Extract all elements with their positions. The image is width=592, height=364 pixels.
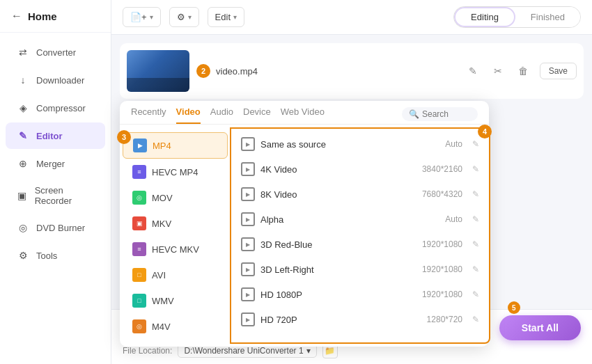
preset-hd-720p-edit-icon[interactable]: ✎ [472, 315, 479, 324]
hevc-mkv-icon: ≡ [132, 242, 146, 256]
preset-alpha-icon: ▶ [241, 212, 255, 226]
format-m4v-label: M4V [152, 322, 171, 332]
preset-4k[interactable]: ▶ 4K Video 3840*2160 ✎ [231, 157, 489, 182]
preset-3d-red-blue[interactable]: ▶ 3D Red-Blue 1920*1080 ✎ [231, 232, 489, 257]
file-info-row: 2 video.mp4 [196, 64, 456, 78]
sidebar-item-tools-label: Tools [36, 251, 57, 261]
preset-4k-edit-icon[interactable]: ✎ [472, 164, 479, 174]
view-tab-group: Editing Finished [453, 6, 581, 28]
format-item-hevc-mkv[interactable]: ≡ HEVC MKV [123, 237, 228, 262]
tab-device[interactable]: Device [243, 106, 271, 124]
sidebar-item-editor[interactable]: ✎ Editor [6, 122, 105, 149]
preset-8k[interactable]: ▶ 8K Video 7680*4320 ✎ [231, 182, 489, 207]
compressor-icon: ◈ [17, 102, 29, 114]
sidebar-title: Home [28, 10, 57, 22]
preset-hd-720p-icon: ▶ [241, 312, 255, 326]
preset-same-as-source[interactable]: ▶ Same as source Auto ✎ [231, 132, 489, 157]
preset-alpha-res: Auto [445, 214, 462, 224]
preset-8k-edit-icon[interactable]: ✎ [472, 189, 479, 199]
scissors-icon[interactable]: ✂ [488, 61, 508, 81]
sidebar-item-screen-recorder-label: Screen Recorder [35, 185, 94, 206]
format-tabs-wrapper: Recently Video Audio Device Web Video 🔍 [120, 101, 489, 347]
tab-recently[interactable]: Recently [131, 106, 166, 124]
delete-icon[interactable]: 🗑 [513, 61, 533, 81]
sidebar-item-tools[interactable]: ⚙ Tools [6, 242, 105, 269]
sidebar-item-downloader[interactable]: ↓ Downloader [6, 67, 105, 93]
tab-editing[interactable]: Editing [454, 7, 515, 27]
format-item-hevc-mp4[interactable]: ≡ HEVC MP4 [123, 159, 228, 184]
tab-web-video[interactable]: Web Video [281, 106, 325, 124]
file-actions: ✎ ✂ 🗑 [463, 61, 533, 81]
preset-hd-720p[interactable]: ▶ HD 720P 1280*720 ✎ [231, 307, 489, 332]
sidebar-item-editor-label: Editor [36, 131, 63, 141]
preset-same-icon: ▶ [241, 137, 255, 151]
preset-3d-left-right[interactable]: ▶ 3D Left-Right 1920*1080 ✎ [231, 257, 489, 282]
sidebar-item-screen-recorder[interactable]: ▣ Screen Recorder [6, 178, 105, 213]
preset-hd-1080p-label: HD 1080P [260, 290, 416, 300]
sidebar: ← Home ⇄ Converter ↓ Downloader ◈ Compre… [0, 0, 111, 364]
preset-4k-icon: ▶ [241, 162, 255, 176]
sidebar-header: ← Home [0, 0, 111, 33]
preset-hd-1080p[interactable]: ▶ HD 1080P 1920*1080 ✎ [231, 282, 489, 307]
preset-hd-720p-res: 1280*720 [427, 315, 462, 324]
start-all-button[interactable]: 5 Start All [499, 315, 581, 340]
preset-3d-red-blue-icon: ▶ [241, 237, 255, 251]
format-search-input[interactable] [422, 109, 471, 119]
edit-file-icon[interactable]: ✎ [463, 61, 483, 81]
preset-3d-left-right-label: 3D Left-Right [260, 264, 416, 275]
preset-4k-res: 3840*2160 [422, 164, 462, 174]
format-item-mkv[interactable]: ▣ MKV [123, 211, 228, 236]
format-item-avi[interactable]: □ AVI [123, 262, 228, 287]
format-list: 3 ▶ MP4 ≡ HEVC MP4 ◎ M [120, 129, 231, 342]
back-arrow-icon[interactable]: ← [11, 10, 22, 22]
folder-icon: 📁 [325, 346, 335, 356]
sidebar-item-merger[interactable]: ⊕ Merger [6, 150, 105, 177]
wmv-icon: □ [132, 294, 146, 308]
step-3-badge: 3 [117, 130, 131, 144]
sidebar-item-dvd-burner-label: DVD Burner [36, 223, 85, 233]
format-hevc-mp4-label: HEVC MP4 [152, 167, 198, 177]
preset-same-res: Auto [445, 139, 462, 149]
preset-hd-1080p-icon: ▶ [241, 287, 255, 301]
preset-alpha[interactable]: ▶ Alpha Auto ✎ [231, 207, 489, 232]
add-chevron-icon: ▾ [150, 13, 153, 21]
format-item-mp4[interactable]: ▶ MP4 [123, 132, 228, 159]
preset-3d-left-right-edit-icon[interactable]: ✎ [472, 264, 479, 274]
format-item-wmv[interactable]: □ WMV [123, 288, 228, 313]
format-tabs-row: Recently Video Audio Device Web Video 🔍 [120, 101, 489, 125]
file-panel: 2 video.mp4 ✎ ✂ 🗑 Save [120, 43, 584, 99]
settings-chevron-icon: ▾ [188, 13, 192, 21]
preset-3d-left-right-res: 1920*1080 [422, 264, 462, 274]
preset-same-edit-icon[interactable]: ✎ [472, 139, 479, 149]
avi-icon: □ [132, 268, 146, 282]
preset-3d-red-blue-res: 1920*1080 [422, 239, 462, 249]
tab-finished[interactable]: Finished [515, 7, 580, 27]
preset-hd-1080p-edit-icon[interactable]: ✎ [472, 290, 479, 299]
format-mp4-label: MP4 [153, 141, 171, 151]
tab-video[interactable]: Video [176, 106, 201, 124]
save-button[interactable]: Save [540, 63, 577, 79]
format-mov-label: MOV [152, 193, 173, 203]
mkv-icon: ▣ [132, 216, 146, 230]
sidebar-item-converter[interactable]: ⇄ Converter [6, 39, 105, 65]
format-item-m4v[interactable]: ◎ M4V [123, 314, 228, 339]
downloader-icon: ↓ [17, 74, 29, 86]
sidebar-nav: ⇄ Converter ↓ Downloader ◈ Compressor ✎ … [0, 33, 111, 364]
format-item-mov[interactable]: ◎ MOV [123, 185, 228, 210]
add-icon: 📄+ [130, 12, 147, 22]
editor-area: 2 video.mp4 ✎ ✂ 🗑 Save Recently Video Au… [111, 35, 592, 309]
sidebar-item-compressor[interactable]: ◈ Compressor [6, 95, 105, 121]
preset-same-label: Same as source [260, 139, 439, 150]
settings-button[interactable]: ⚙ ▾ [169, 7, 199, 27]
preset-3d-red-blue-edit-icon[interactable]: ✎ [472, 239, 479, 249]
format-avi-label: AVI [152, 270, 166, 280]
preset-alpha-edit-icon[interactable]: ✎ [472, 214, 479, 224]
format-wmv-label: WMV [152, 296, 174, 306]
edit-button[interactable]: Edit ▾ [208, 7, 244, 27]
tab-audio[interactable]: Audio [210, 106, 233, 124]
preset-3d-left-right-icon: ▶ [241, 262, 255, 276]
add-file-button[interactable]: 📄+ ▾ [123, 7, 161, 27]
sidebar-item-dvd-burner[interactable]: ◎ DVD Burner [6, 214, 105, 241]
screen-recorder-icon: ▣ [17, 189, 28, 202]
step-2-badge: 2 [196, 64, 210, 78]
